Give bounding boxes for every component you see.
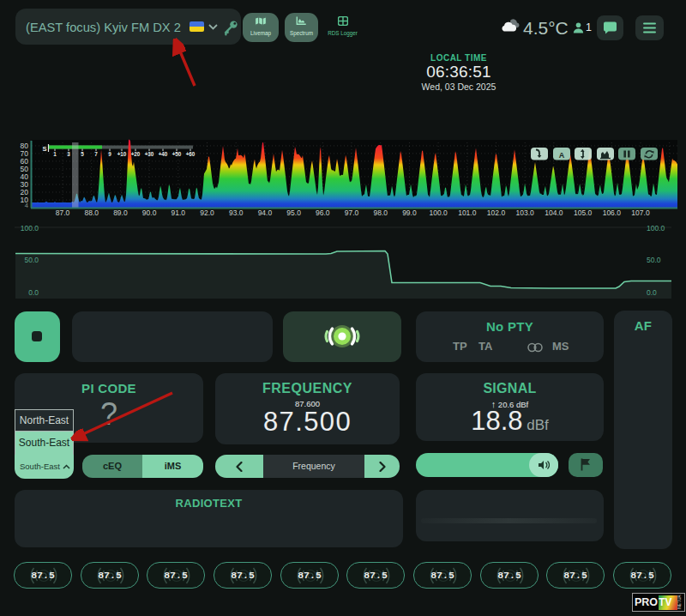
svg-text:4: 4	[25, 202, 28, 209]
svg-text:0.0: 0.0	[28, 288, 39, 297]
svg-text:+30: +30	[145, 151, 154, 157]
svg-text:99.0: 99.0	[402, 208, 417, 217]
svg-text:80: 80	[21, 142, 29, 150]
svg-text:50: 50	[21, 165, 29, 173]
svg-text:50.0: 50.0	[647, 256, 661, 264]
svg-text:60: 60	[21, 157, 29, 166]
svg-text:+50: +50	[172, 151, 182, 157]
svg-text:89.0: 89.0	[113, 208, 128, 217]
svg-text:102.0: 102.0	[487, 208, 506, 217]
svg-text:A: A	[559, 151, 565, 160]
svg-text:+60: +60	[186, 151, 196, 157]
svg-text:98.0: 98.0	[373, 208, 388, 217]
svg-text:S: S	[42, 145, 46, 153]
svg-text:96.0: 96.0	[316, 208, 330, 217]
svg-text:+10: +10	[117, 151, 127, 157]
svg-text:40: 40	[21, 172, 29, 181]
svg-text:105.0: 105.0	[574, 208, 593, 217]
svg-text:+20: +20	[131, 151, 141, 157]
svg-text:100.0: 100.0	[21, 224, 39, 233]
svg-text:90.0: 90.0	[142, 208, 157, 217]
svg-text:NET.UA: NET.UA	[677, 594, 682, 608]
svg-text:3: 3	[67, 151, 70, 157]
svg-text:95.0: 95.0	[286, 208, 301, 217]
svg-text:1: 1	[53, 151, 57, 157]
svg-text:7: 7	[94, 151, 98, 157]
svg-text:70: 70	[21, 149, 29, 158]
svg-text:100.0: 100.0	[429, 208, 448, 217]
svg-text:5: 5	[81, 151, 84, 157]
svg-text:88.0: 88.0	[84, 208, 99, 217]
svg-text:87.0: 87.0	[56, 208, 70, 217]
svg-text:30: 30	[21, 180, 29, 189]
svg-text:20: 20	[21, 188, 29, 196]
svg-text:50.0: 50.0	[24, 256, 39, 264]
svg-text:94.0: 94.0	[258, 208, 273, 217]
svg-text:104.0: 104.0	[545, 208, 563, 217]
svg-text:106.0: 106.0	[603, 208, 622, 217]
svg-text:97.0: 97.0	[345, 208, 359, 217]
svg-text:+40: +40	[159, 151, 168, 157]
svg-text:103.0: 103.0	[516, 208, 535, 217]
svg-text:92.0: 92.0	[200, 208, 214, 217]
svg-text:91.0: 91.0	[172, 208, 186, 217]
svg-text:101.0: 101.0	[458, 208, 477, 217]
svg-text:107.0: 107.0	[631, 208, 650, 217]
svg-text:0.0: 0.0	[647, 288, 657, 297]
svg-text:9: 9	[108, 151, 111, 157]
svg-text:100.0: 100.0	[647, 224, 665, 233]
svg-text:93.0: 93.0	[229, 208, 244, 217]
